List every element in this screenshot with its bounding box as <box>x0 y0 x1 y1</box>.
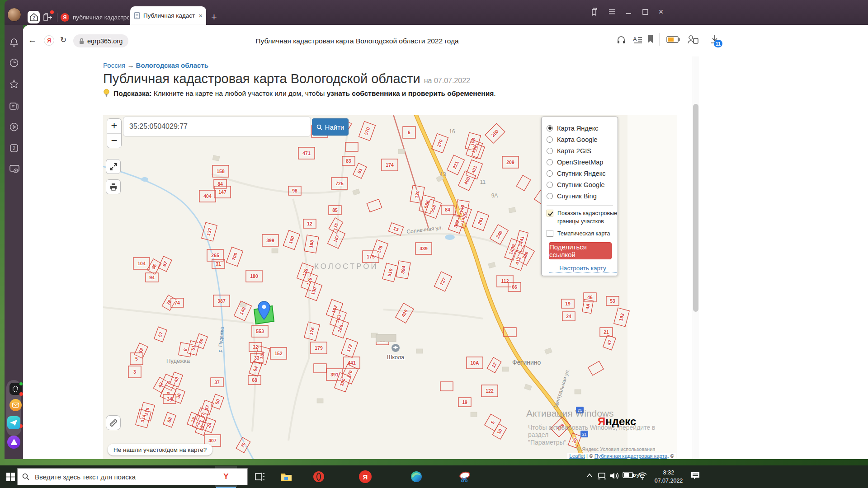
tabs-counter-icon[interactable]: 2 <box>9 143 19 153</box>
layer-option[interactable]: Карта Google <box>547 134 618 145</box>
task-view-icon[interactable] <box>253 470 267 483</box>
cadastral-parcel[interactable] <box>440 382 453 391</box>
cadastral-parcel[interactable]: 404 <box>199 190 216 202</box>
breadcrumb-country-link[interactable]: Россия <box>103 61 125 69</box>
cadastral-parcel[interactable]: 5 <box>130 353 143 365</box>
layer-option[interactable]: Спутник Google <box>547 179 618 190</box>
measure-ruler-button[interactable] <box>106 415 121 430</box>
notifications-bell-icon[interactable] <box>9 38 19 47</box>
cadastral-parcel[interactable]: 439 <box>415 243 432 254</box>
cadastral-parcel[interactable]: 84 <box>441 205 454 214</box>
cadastral-parcel[interactable]: 158 <box>212 165 229 177</box>
history-clock-icon[interactable] <box>9 58 19 68</box>
cadastral-parcel[interactable]: 174 <box>382 159 398 171</box>
cadastral-parcel[interactable]: 19 <box>561 299 574 308</box>
mail-app-icon[interactable] <box>9 399 22 411</box>
radio[interactable] <box>547 170 553 177</box>
camera-app-icon[interactable] <box>9 383 22 395</box>
radio[interactable] <box>547 148 553 154</box>
bookmarks-panel-icon[interactable] <box>589 6 600 17</box>
edge-taskbar-icon[interactable] <box>410 470 423 483</box>
cadastral-parcel[interactable]: 85 <box>329 206 341 215</box>
back-icon[interactable]: ← <box>28 35 37 45</box>
cadastral-parcel[interactable]: 394 <box>396 261 410 279</box>
close-button[interactable]: × <box>656 6 666 17</box>
cadastral-parcel[interactable]: 188 <box>304 235 319 253</box>
taskbar-search[interactable]: Введите здесь текст для поиска <box>17 468 248 485</box>
tab-inactive[interactable]: Я публичная кадастровая ка <box>61 10 129 24</box>
cadastral-parcel[interactable]: 74 <box>171 298 184 307</box>
cadastral-parcel[interactable]: 387 <box>213 295 230 307</box>
feed-cards-icon[interactable] <box>9 101 19 111</box>
menu-icon[interactable] <box>607 6 618 17</box>
cadastral-parcel[interactable]: 32 <box>249 343 262 352</box>
cadastral-parcel[interactable]: 180 <box>246 270 262 282</box>
radio-selected[interactable] <box>547 125 553 131</box>
cadastral-parcel[interactable]: 10А <box>467 357 483 369</box>
fullscreen-button[interactable] <box>106 159 121 174</box>
opera-taskbar-icon[interactable] <box>312 470 326 483</box>
close-tab-icon[interactable]: × <box>198 12 203 19</box>
cadastral-parcel[interactable]: 12 <box>303 219 316 228</box>
cadastral-map[interactable]: 1425757068381174725270108209120556558841… <box>103 115 677 459</box>
configure-map-link[interactable]: Настроить карту <box>549 265 617 272</box>
headphones-icon[interactable] <box>616 35 626 47</box>
screenshot-icon[interactable] <box>9 164 19 174</box>
layer-option[interactable]: Спутник Яндекс <box>547 168 618 179</box>
cadastral-parcel[interactable]: 147 <box>214 186 231 198</box>
layer-option[interactable]: Карта Яндекс <box>547 122 618 134</box>
cadastral-parcel[interactable]: 19 <box>458 398 471 407</box>
pkk-link[interactable]: Публичная кадастровая карта <box>594 453 667 459</box>
extensions-icon[interactable] <box>687 34 699 47</box>
cadastral-parcel[interactable]: 209 <box>502 156 519 168</box>
tab-home-button[interactable]: 2 <box>28 11 40 23</box>
cadastral-search-input[interactable] <box>123 117 311 136</box>
cadastral-parcel[interactable]: 31 <box>212 259 225 268</box>
cadastral-parcel[interactable]: 21 <box>600 328 613 337</box>
cadastral-parcel[interactable]: 46 <box>584 293 596 302</box>
cadastral-parcel[interactable]: 3 <box>128 366 141 378</box>
cadastral-parcel[interactable]: 553 <box>252 325 268 337</box>
checkbox-checked[interactable] <box>547 210 553 216</box>
start-button[interactable] <box>4 470 17 483</box>
snipping-tool-taskbar-icon[interactable] <box>458 470 472 483</box>
yandex-search-button[interactable]: Я <box>44 35 54 46</box>
cadastral-parcel[interactable]: 24 <box>562 312 575 321</box>
alice-app-icon[interactable] <box>7 436 20 449</box>
radio[interactable] <box>547 159 553 165</box>
refresh-icon[interactable]: ↻ <box>60 35 66 45</box>
cadastral-parcel[interactable] <box>504 328 516 337</box>
zoom-out-button[interactable]: − <box>107 134 121 149</box>
messenger-app-icon[interactable] <box>7 416 20 429</box>
cadastral-parcel[interactable]: 66 <box>508 282 521 291</box>
print-button[interactable] <box>106 179 121 194</box>
find-button[interactable]: Найти <box>312 118 349 136</box>
cadastral-parcel[interactable]: 37 <box>211 378 223 387</box>
layer-option[interactable]: Спутник Bing <box>547 190 618 202</box>
cadastral-parcel[interactable]: 6 <box>403 127 415 138</box>
cadastral-parcel[interactable]: 471 <box>298 147 315 159</box>
cadastral-parcel[interactable]: 152 <box>270 347 287 359</box>
translate-reader-icon[interactable]: A <box>633 35 643 47</box>
cadastral-parcel[interactable]: 94 <box>146 273 158 282</box>
breadcrumb-region-link[interactable]: Вологодская область <box>136 61 208 69</box>
radio[interactable] <box>547 193 553 199</box>
language-indicator[interactable]: РУС <box>632 473 644 479</box>
layer-option[interactable]: Карта 2GIS <box>547 145 618 156</box>
bookmarks-star-icon[interactable] <box>9 79 19 89</box>
cadastral-parcel[interactable]: 33 <box>250 353 263 362</box>
radio[interactable] <box>547 136 553 143</box>
cadastral-parcel[interactable]: 179 <box>311 342 327 354</box>
layer-option[interactable]: OpenStreetMap <box>547 156 618 168</box>
cadastral-parcel[interactable]: 68 <box>248 375 261 385</box>
thematic-map-checkbox-row[interactable]: Тематическая карта <box>547 230 618 238</box>
video-play-icon[interactable] <box>9 122 19 132</box>
checkbox-unchecked[interactable] <box>547 230 553 237</box>
tray-cast-icon[interactable] <box>597 472 607 482</box>
not-found-tooltip[interactable]: Не нашли участок/дом на карте? <box>108 444 212 455</box>
avatar[interactable] <box>7 8 21 22</box>
minimize-button[interactable] <box>623 6 634 17</box>
tray-chevron-icon[interactable] <box>586 472 593 481</box>
cadastral-parcel[interactable] <box>345 142 358 151</box>
clock[interactable]: 8:32 07.07.2022 <box>652 469 685 485</box>
